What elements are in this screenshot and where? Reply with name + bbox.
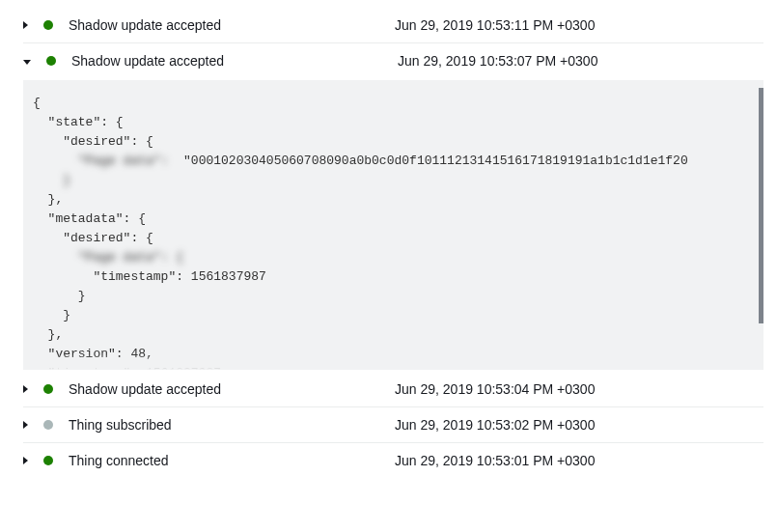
json-line: }, <box>33 192 63 207</box>
event-name: Thing subscribed <box>69 417 395 433</box>
json-line-blurred: } <box>63 171 70 190</box>
status-dot-icon <box>43 456 53 465</box>
event-row[interactable]: Shadow update accepted Jun 29, 2019 10:5… <box>23 372 763 407</box>
caret-right-icon <box>23 421 28 429</box>
caret-right-icon <box>23 385 28 393</box>
scrollbar-thumb[interactable] <box>759 88 763 323</box>
event-row[interactable]: Shadow update accepted Jun 29, 2019 10:5… <box>23 43 763 78</box>
json-line: { <box>33 96 41 110</box>
json-line <box>33 250 78 265</box>
event-list: Shadow update accepted Jun 29, 2019 10:5… <box>0 0 777 478</box>
event-name: Shadow update accepted <box>69 381 395 397</box>
json-line: "metadata": { <box>33 211 146 226</box>
json-line: "desired": { <box>33 134 153 149</box>
status-dot-icon <box>43 420 53 430</box>
event-time: Jun 29, 2019 10:53:04 PM +0300 <box>395 381 595 397</box>
event-time: Jun 29, 2019 10:53:07 PM +0300 <box>398 53 597 69</box>
json-line-blurred: "Page data": <box>78 152 169 171</box>
event-row[interactable]: Shadow update accepted Jun 29, 2019 10:5… <box>23 8 763 43</box>
event-row[interactable]: Thing connected Jun 29, 2019 10:53:01 PM… <box>23 443 763 478</box>
caret-right-icon <box>23 457 28 464</box>
json-line <box>33 173 63 187</box>
caret-right-icon <box>23 21 28 29</box>
json-line-blurred: "Page data": { <box>78 248 183 267</box>
status-dot-icon <box>43 384 53 394</box>
status-dot-icon <box>46 56 56 66</box>
fade-overlay <box>23 354 759 370</box>
event-row[interactable]: Thing subscribed Jun 29, 2019 10:53:02 P… <box>23 407 763 443</box>
json-line: "timestamp": 1561837987 <box>33 269 266 284</box>
json-line: "state": { <box>33 115 124 129</box>
json-line: }, <box>33 327 63 342</box>
event-time: Jun 29, 2019 10:53:01 PM +0300 <box>395 453 595 468</box>
event-time: Jun 29, 2019 10:53:11 PM +0300 <box>395 17 595 33</box>
event-name: Thing connected <box>69 453 395 468</box>
payload-json[interactable]: { "state": { "desired": { "Page data": "… <box>23 80 763 370</box>
json-line: "000102030405060708090a0b0c0d0f101112131… <box>168 154 687 168</box>
event-name: Shadow update accepted <box>69 17 395 33</box>
event-time: Jun 29, 2019 10:53:02 PM +0300 <box>395 417 595 433</box>
json-line: } <box>33 289 86 303</box>
caret-down-icon <box>23 60 31 65</box>
json-line <box>33 154 78 168</box>
json-line: } <box>33 308 70 322</box>
event-name: Shadow update accepted <box>71 53 398 69</box>
json-line: "desired": { <box>33 231 153 245</box>
status-dot-icon <box>43 20 53 30</box>
